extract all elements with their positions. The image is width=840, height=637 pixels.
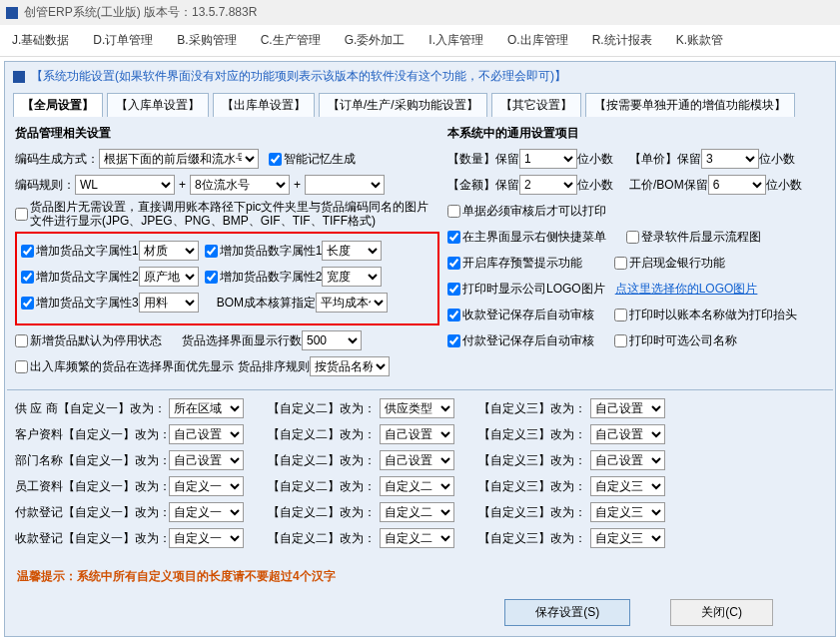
menu-outsource[interactable]: G.委外加工 [333, 28, 418, 53]
menu-basic-data[interactable]: J.基础数据 [0, 28, 81, 53]
tab-other[interactable]: 【其它设置】 [491, 93, 581, 117]
dialog-title: 【系统功能设置(如果软件界面没有对应的功能项则表示该版本的软件没有这个功能，不必… [31, 68, 566, 85]
amount-decimals-select[interactable]: 2 [519, 175, 577, 195]
dialog-icon [13, 71, 25, 83]
tab-order-prod[interactable]: 【订单/生产/采购功能设置】 [319, 93, 487, 117]
custom-sel-1-1[interactable]: 自己设置 [169, 424, 244, 444]
custom-sel-3-3[interactable]: 自定义三 [590, 476, 665, 496]
custom-row-label: 客户资料【自定义一】改为： [15, 426, 165, 443]
custom-row-label: 付款登记【自定义一】改为： [15, 504, 165, 521]
menu-stock-out[interactable]: O.出库管理 [495, 28, 580, 53]
must-audit-checkbox[interactable] [447, 205, 460, 218]
main-menu: J.基础数据 D.订单管理 B.采购管理 C.生产管理 G.委外加工 I.入库管… [0, 25, 840, 57]
custom-row-label: 供 应 商【自定义一】改为： [15, 400, 165, 417]
close-button[interactable]: 关闭(C) [670, 599, 773, 626]
payment-auto-audit-checkbox[interactable] [447, 334, 460, 347]
custom-sel-0-2[interactable]: 供应类型 [380, 398, 454, 418]
tab-stockout[interactable]: 【出库单设置】 [213, 93, 315, 117]
code-gen-select[interactable]: 根据下面的前后缀和流水号生成编码 [99, 149, 259, 169]
print-company-checkbox[interactable] [614, 334, 627, 347]
menu-stock-in[interactable]: I.入库管理 [417, 28, 495, 53]
highlight-box: 增加货品文字属性1 材质 增加货品数字属性1 长度 增加货品文字属性2 原产地 … [15, 232, 439, 325]
menu-accounts[interactable]: K.账款管 [664, 28, 735, 53]
smart-memory-label: 智能记忆生成 [284, 151, 356, 168]
custom-sel-0-1[interactable]: 所在区域 [169, 398, 244, 418]
hint-text: 温馨提示：系统中所有自定义项目的长度请不要超过4个汉字 [7, 562, 833, 591]
custom-sel-4-1[interactable]: 自定义一 [169, 502, 244, 522]
titlebar-text: 创管ERP系统(工业版) 版本号：13.5.7.883R [24, 4, 257, 21]
menu-order[interactable]: D.订单管理 [81, 28, 165, 53]
text-attr3-checkbox[interactable] [21, 297, 34, 310]
print-logo-checkbox[interactable] [447, 283, 460, 296]
custom-fields-grid: 供 应 商【自定义一】改为： 所在区域 【自定义二】改为： 供应类型 【自定义三… [7, 389, 833, 562]
num-attr2-select[interactable]: 宽度 [322, 267, 382, 287]
custom-sel-5-1[interactable]: 自定义一 [169, 528, 244, 548]
left-section-title: 货品管理相关设置 [15, 125, 111, 142]
custom-row-label: 收款登记【自定义一】改为： [15, 530, 165, 547]
titlebar: 创管ERP系统(工业版) 版本号：13.5.7.883R [0, 0, 840, 25]
custom-sel-0-3[interactable]: 自己设置 [590, 398, 665, 418]
num-attr1-select[interactable]: 长度 [322, 241, 382, 261]
cash-bank-checkbox[interactable] [614, 257, 627, 270]
pic-setting-checkbox[interactable] [15, 208, 28, 221]
qty-decimals-select[interactable]: 1 [519, 149, 577, 169]
custom-sel-2-1[interactable]: 自己设置 [169, 450, 244, 470]
bom-cost-select[interactable]: 平均成本价 [316, 293, 388, 313]
menu-production[interactable]: C.生产管理 [249, 28, 333, 53]
receipt-auto-audit-checkbox[interactable] [447, 309, 460, 321]
custom-sel-1-2[interactable]: 自己设置 [380, 424, 454, 444]
tab-global[interactable]: 【全局设置】 [13, 93, 103, 117]
frequent-priority-checkbox[interactable] [15, 360, 28, 373]
code-suffix-select[interactable] [305, 175, 385, 195]
tab-bar: 【全局设置】 【入库单设置】 【出库单设置】 【订单/生产/采购功能设置】 【其… [7, 89, 833, 117]
app-icon [6, 7, 18, 19]
custom-sel-4-2[interactable]: 自定义二 [380, 502, 454, 522]
custom-sel-2-3[interactable]: 自己设置 [590, 450, 665, 470]
num-attr1-checkbox[interactable] [205, 245, 218, 258]
num-attr2-checkbox[interactable] [205, 271, 218, 284]
custom-sel-3-2[interactable]: 自定义二 [380, 476, 454, 496]
tab-addons[interactable]: 【按需要单独开通的增值功能模块】 [585, 93, 795, 117]
tab-stockin[interactable]: 【入库单设置】 [107, 93, 209, 117]
display-rows-select[interactable]: 500 [302, 330, 362, 350]
custom-sel-2-2[interactable]: 自己设置 [380, 450, 454, 470]
code-prefix-select[interactable]: WL [75, 175, 175, 195]
choose-logo-link[interactable]: 点这里选择你的LOGO图片 [615, 281, 758, 298]
custom-row-label: 员工资料【自定义一】改为： [15, 478, 165, 495]
price-decimals-select[interactable]: 3 [701, 149, 759, 169]
show-flowchart-checkbox[interactable] [626, 231, 639, 244]
save-button[interactable]: 保存设置(S) [504, 599, 630, 626]
code-gen-label: 编码生成方式： [15, 151, 99, 168]
code-rule-label: 编码规则： [15, 177, 75, 194]
custom-sel-4-3[interactable]: 自定义三 [590, 502, 665, 522]
show-shortcut-checkbox[interactable] [447, 231, 460, 244]
wage-decimals-select[interactable]: 6 [708, 175, 766, 195]
custom-row-label: 部门名称【自定义一】改为： [15, 452, 165, 469]
text-attr2-select[interactable]: 原产地 [139, 267, 199, 287]
code-serial-select[interactable]: 8位流水号 [190, 175, 290, 195]
text-attr1-select[interactable]: 材质 [139, 241, 199, 261]
smart-memory-checkbox[interactable] [269, 153, 282, 166]
text-attr2-checkbox[interactable] [21, 271, 34, 284]
pic-setting-label: 货品图片无需设置，直接调用账本路径下pic文件夹里与货品编码同名的图片文件进行显… [30, 200, 439, 228]
menu-reports[interactable]: R.统计报表 [580, 28, 664, 53]
sort-rule-select[interactable]: 按货品名称 [310, 356, 390, 376]
stock-alert-checkbox[interactable] [447, 257, 460, 270]
text-attr1-checkbox[interactable] [21, 245, 34, 258]
print-header-checkbox[interactable] [614, 309, 627, 321]
custom-sel-1-3[interactable]: 自己设置 [590, 424, 665, 444]
custom-sel-5-3[interactable]: 自定义三 [590, 528, 665, 548]
menu-purchase[interactable]: B.采购管理 [165, 28, 248, 53]
text-attr3-select[interactable]: 用料 [139, 293, 199, 313]
settings-dialog: 【系统功能设置(如果软件界面没有对应的功能项则表示该版本的软件没有这个功能，不必… [4, 61, 836, 637]
new-disabled-checkbox[interactable] [15, 334, 28, 347]
right-section-title: 本系统中的通用设置项目 [447, 125, 579, 142]
custom-sel-3-1[interactable]: 自定义一 [169, 476, 244, 496]
custom-sel-5-2[interactable]: 自定义二 [380, 528, 454, 548]
